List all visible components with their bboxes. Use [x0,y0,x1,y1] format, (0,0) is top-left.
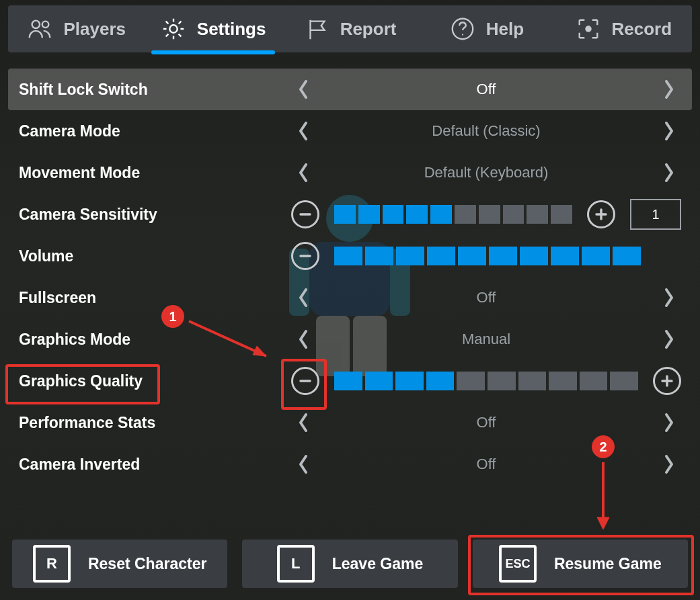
tab-settings[interactable]: Settings [145,5,281,52]
minus-icon [299,375,311,387]
performance-stats-prev[interactable] [291,411,315,435]
volume-slider[interactable] [334,247,641,265]
camera-mode-label: Camera Mode [19,122,284,140]
svg-point-2 [169,25,177,32]
row-movement-mode: Movement Mode Default (Keyboard) [8,152,692,194]
shift-lock-prev[interactable] [291,77,315,101]
resume-game-button[interactable]: ESC Resume Game [473,540,688,588]
performance-stats-value: Off [322,414,650,431]
slider-segment [334,247,362,265]
camera-inverted-label: Camera Inverted [19,456,284,474]
graphics-mode-next[interactable] [657,327,681,351]
shift-lock-next[interactable] [657,77,681,101]
fullscreen-prev[interactable] [291,286,315,310]
slider-segment [396,247,424,265]
slider-segment [455,205,476,224]
movement-mode-label: Movement Mode [19,164,284,182]
tab-settings-label: Settings [197,19,266,40]
svg-point-4 [462,34,463,35]
graphics-mode-label: Graphics Mode [19,331,284,349]
camera-sensitivity-label: Camera Sensitivity [19,206,284,224]
slider-segment [503,205,524,224]
row-shift-lock: Shift Lock Switch Off [8,69,692,110]
volume-minus[interactable] [291,242,319,270]
slider-segment [458,247,486,265]
movement-mode-next[interactable] [657,161,681,185]
tab-players-label: Players [63,19,126,40]
row-camera-sensitivity: Camera Sensitivity 1 [8,194,692,235]
slider-segment [406,205,428,224]
camera-inverted-value: Off [322,456,650,473]
camera-sensitivity-minus[interactable] [291,200,319,228]
leave-game-label: Leave Game [332,555,424,573]
performance-stats-next[interactable] [657,411,681,435]
row-camera-mode: Camera Mode Default (Classic) [8,110,692,152]
row-volume: Volume [8,235,692,277]
slider-segment [488,372,516,390]
flag-icon [304,16,329,42]
slider-segment [479,205,500,224]
svg-point-1 [42,22,49,28]
slider-segment [395,372,424,390]
tab-report-label: Report [340,19,397,40]
leave-game-button[interactable]: L Leave Game [242,540,457,588]
reset-character-button[interactable]: R Reset Character [12,540,227,588]
slider-segment [365,372,393,390]
tab-report[interactable]: Report [282,5,418,52]
tab-help[interactable]: Help [418,5,555,52]
camera-inverted-prev[interactable] [291,452,315,476]
players-icon [27,16,52,42]
slider-segment [549,372,577,390]
camera-inverted-next[interactable] [657,452,681,476]
slider-segment [383,205,404,224]
tab-help-label: Help [486,19,524,40]
tab-record[interactable]: Record [555,5,692,52]
graphics-quality-plus[interactable] [653,367,681,395]
slider-segment [520,247,548,265]
key-l: L [277,545,315,583]
slider-segment [358,205,380,224]
graphics-mode-value: Manual [322,331,650,348]
fullscreen-next[interactable] [657,286,681,310]
camera-mode-prev[interactable] [291,119,315,143]
camera-sensitivity-plus[interactable] [587,200,615,228]
camera-mode-value: Default (Classic) [322,122,650,140]
graphics-quality-minus[interactable] [291,367,319,395]
svg-point-5 [585,26,592,32]
shift-lock-value: Off [322,81,650,98]
game-settings-menu: Players Settings Report Help Record Shif… [0,0,700,600]
slider-segment [551,205,572,224]
slider-segment [610,372,638,390]
camera-mode-next[interactable] [657,119,681,143]
resume-game-label: Resume Game [554,555,662,573]
svg-point-0 [32,21,40,28]
shift-lock-label: Shift Lock Switch [19,81,284,99]
svg-marker-16 [597,517,609,529]
graphics-mode-prev[interactable] [291,327,315,351]
graphics-quality-label: Graphics Quality [19,372,284,390]
bottom-bar: R Reset Character L Leave Game ESC Resum… [12,540,688,588]
slider-segment [489,247,517,265]
slider-segment [613,247,641,265]
tab-players[interactable]: Players [8,5,145,52]
slider-segment [427,247,455,265]
slider-segment [430,205,452,224]
key-esc: ESC [499,545,537,583]
camera-sensitivity-slider[interactable] [334,205,572,224]
slider-segment [527,205,548,224]
movement-mode-prev[interactable] [291,161,315,185]
settings-list: Shift Lock Switch Off Camera Mode Defaul… [8,69,692,485]
plus-icon [595,208,607,220]
slider-segment [580,372,608,390]
performance-stats-label: Performance Stats [19,414,284,432]
slider-segment [457,372,485,390]
reset-character-label: Reset Character [88,555,206,573]
row-fullscreen: Fullscreen Off [8,277,692,318]
camera-sensitivity-input[interactable]: 1 [630,199,681,230]
graphics-quality-slider[interactable] [334,372,638,390]
key-r: R [33,545,71,583]
fullscreen-label: Fullscreen [19,289,284,307]
slider-segment [551,247,579,265]
minus-icon [299,208,311,220]
slider-segment [426,372,455,390]
